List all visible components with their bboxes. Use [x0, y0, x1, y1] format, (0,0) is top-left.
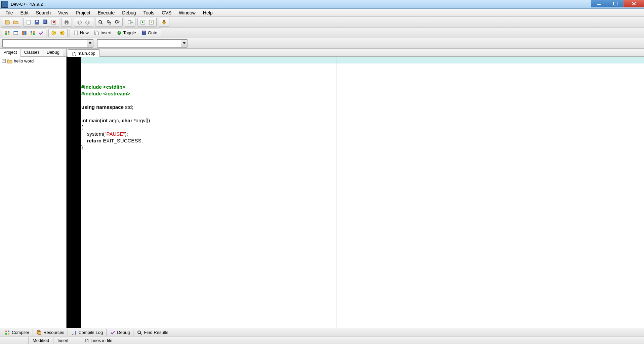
goto-line-icon[interactable]	[126, 18, 134, 26]
new-project-icon[interactable]	[4, 18, 11, 26]
class-combo-input[interactable]	[3, 40, 87, 47]
svg-point-34	[60, 31, 64, 35]
window-icon[interactable]	[12, 29, 19, 37]
code-line[interactable]	[81, 97, 644, 104]
menu-search[interactable]: Search	[33, 9, 54, 16]
svg-point-11	[99, 20, 102, 23]
close-file-icon[interactable]	[50, 18, 57, 26]
code-line[interactable]: int main(int argc, char *argv[])	[81, 117, 644, 124]
expand-icon[interactable]: +	[2, 59, 6, 63]
folder-icon	[7, 59, 12, 63]
save-all-icon[interactable]	[42, 18, 49, 26]
svg-rect-22	[5, 33, 7, 35]
bottom-tab-debug[interactable]: Debug	[107, 329, 133, 336]
code-editor[interactable]: #include <cstdlib>#include <iostream>usi…	[67, 57, 644, 328]
grid4b-icon[interactable]	[29, 29, 36, 37]
function-combo-input[interactable]	[97, 40, 181, 47]
code-area[interactable]: #include <cstdlib>#include <iostream>usi…	[81, 57, 644, 328]
svg-rect-21	[8, 31, 9, 33]
svg-rect-2	[27, 20, 30, 24]
find-next-icon[interactable]	[114, 18, 121, 26]
svg-rect-46	[8, 333, 9, 335]
bottom-tabs: CompilerResourcesCompile LogDebugFind Re…	[0, 328, 644, 337]
svg-point-35	[61, 32, 62, 33]
left-panel: ProjectClassesDebug + hello word	[0, 49, 67, 328]
menu-edit[interactable]: Edit	[17, 9, 32, 16]
class-combo[interactable]	[2, 39, 93, 47]
file-tab[interactable]: [*] main.cpp	[68, 49, 100, 57]
help-icon[interactable]: ?	[50, 29, 57, 37]
maximize-button[interactable]	[607, 0, 623, 7]
menu-window[interactable]: Window	[175, 9, 199, 16]
svg-rect-26	[22, 31, 24, 35]
code-line[interactable]: #include <cstdlib>	[81, 84, 644, 90]
status-modified: Modified	[28, 337, 53, 344]
code-line[interactable]: using namespace std;	[81, 104, 644, 111]
menu-view[interactable]: View	[55, 9, 72, 16]
toolbar-secondary: ? New Insert Toggle Goto	[0, 28, 644, 38]
status-bar: Modified Insert 11 Lines in file	[0, 337, 644, 344]
svg-point-14	[115, 20, 118, 23]
svg-rect-15	[128, 20, 131, 24]
insert-button[interactable]: Insert	[92, 29, 114, 37]
tree-root-item[interactable]: + hello word	[1, 58, 65, 64]
menu-cvs[interactable]: CVS	[158, 9, 175, 16]
debug-icon[interactable]	[160, 18, 168, 26]
svg-rect-49	[72, 334, 73, 335]
code-line[interactable]: system("PAUSE");	[81, 131, 644, 137]
code-line[interactable]: #include <iostream>	[81, 90, 644, 97]
compile-icon[interactable]	[148, 18, 155, 26]
new-button[interactable]: New	[71, 29, 91, 37]
menu-execute[interactable]: Execute	[94, 9, 118, 16]
svg-rect-9	[66, 20, 68, 22]
toggle-button[interactable]: Toggle	[115, 29, 138, 37]
svg-rect-4	[36, 20, 38, 22]
code-line[interactable]: return EXIT_SUCCESS;	[81, 137, 644, 144]
left-tab-classes[interactable]: Classes	[21, 49, 43, 56]
bottom-tab-find-results[interactable]: Find Results	[133, 329, 172, 336]
redo-icon[interactable]	[84, 18, 91, 26]
menu-bar: FileEditSearchViewProjectExecuteDebugToo…	[0, 9, 644, 17]
compile-run-icon[interactable]	[139, 18, 147, 26]
bottom-tab-resources[interactable]: Resources	[33, 329, 68, 336]
status-lines: 11 Lines in file	[80, 337, 644, 344]
code-line[interactable]	[81, 111, 644, 117]
project-tree[interactable]: + hello word	[0, 57, 66, 328]
bottom-tab-compile-log[interactable]: Compile Log	[68, 329, 107, 336]
svg-point-13	[109, 22, 111, 24]
print-icon[interactable]	[63, 18, 70, 26]
svg-rect-44	[8, 331, 9, 332]
menu-debug[interactable]: Debug	[119, 9, 139, 16]
menu-project[interactable]: Project	[72, 9, 94, 16]
menu-tools[interactable]: Tools	[140, 9, 158, 16]
left-tabs: ProjectClassesDebug	[0, 49, 66, 57]
save-icon[interactable]	[33, 18, 41, 26]
dropdown-icon[interactable]	[181, 40, 187, 47]
about-icon[interactable]	[58, 29, 66, 37]
svg-rect-50	[74, 333, 74, 335]
code-line[interactable]: }	[81, 144, 644, 151]
open-icon[interactable]	[12, 18, 19, 26]
menu-file[interactable]: File	[2, 9, 16, 16]
check-icon[interactable]	[37, 29, 45, 37]
minimize-button[interactable]	[591, 0, 607, 7]
replace-icon[interactable]	[105, 18, 113, 26]
goto-button[interactable]: Goto	[139, 29, 159, 37]
editor-panel: [*] main.cpp #include <cstdlib>#include …	[67, 49, 644, 328]
undo-icon[interactable]	[76, 18, 83, 26]
grid4-icon[interactable]	[4, 29, 11, 37]
new-file-icon[interactable]	[25, 18, 32, 26]
menu-help[interactable]: Help	[200, 9, 216, 16]
close-button[interactable]	[623, 0, 644, 7]
bottom-tab-compiler[interactable]: Compiler	[1, 329, 33, 336]
left-tab-debug[interactable]: Debug	[43, 49, 63, 56]
code-line[interactable]: {	[81, 124, 644, 131]
svg-rect-23	[8, 33, 9, 35]
find-icon[interactable]	[97, 18, 104, 26]
function-combo[interactable]	[97, 39, 187, 47]
split-icon[interactable]	[21, 29, 28, 37]
dropdown-icon[interactable]	[87, 40, 93, 47]
svg-point-52	[138, 331, 140, 334]
status-insert: Insert	[53, 337, 80, 344]
left-tab-project[interactable]: Project	[0, 49, 21, 57]
